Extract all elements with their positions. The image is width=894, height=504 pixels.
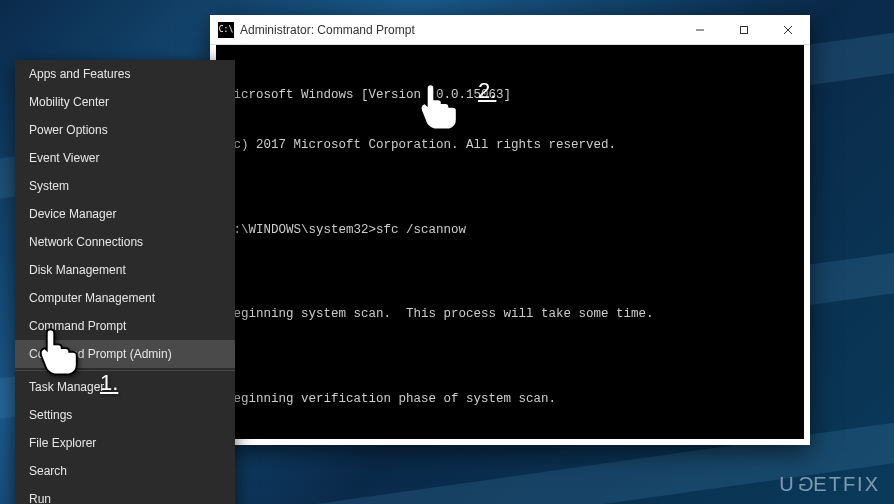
output-line: Beginning system scan. This process will…: [226, 306, 794, 323]
ctx-disk-management[interactable]: Disk Management: [15, 256, 235, 284]
ctx-system[interactable]: System: [15, 172, 235, 200]
ctx-file-explorer[interactable]: File Explorer: [15, 429, 235, 457]
ctx-device-manager[interactable]: Device Manager: [15, 200, 235, 228]
ctx-command-prompt[interactable]: Command Prompt: [15, 312, 235, 340]
close-button[interactable]: [766, 15, 810, 45]
terminal-output[interactable]: Microsoft Windows [Version 10.0.15063] (…: [210, 45, 810, 445]
annotation-step-2: 2.: [478, 78, 496, 104]
watermark: UGETFIX: [779, 473, 880, 496]
ctx-search[interactable]: Search: [15, 457, 235, 485]
window-title: Administrator: Command Prompt: [240, 23, 678, 37]
ctx-run[interactable]: Run: [15, 485, 235, 504]
maximize-button[interactable]: [722, 15, 766, 45]
command-line: C:\WINDOWS\system32>sfc /scannow: [226, 222, 794, 239]
ctx-network-connections[interactable]: Network Connections: [15, 228, 235, 256]
titlebar[interactable]: C:\ Administrator: Command Prompt: [210, 15, 810, 45]
command-prompt-window: C:\ Administrator: Command Prompt Micros…: [210, 15, 810, 445]
cmd-icon: C:\: [218, 22, 234, 38]
minimize-button[interactable]: [678, 15, 722, 45]
output-line: Microsoft Windows [Version 10.0.15063]: [226, 87, 794, 104]
ctx-power-options[interactable]: Power Options: [15, 116, 235, 144]
output-line: Beginning verification phase of system s…: [226, 391, 794, 408]
ctx-command-prompt-admin[interactable]: Command Prompt (Admin): [15, 340, 235, 368]
ctx-apps-features[interactable]: Apps and Features: [15, 60, 235, 88]
winx-context-menu: Apps and Features Mobility Center Power …: [15, 60, 235, 504]
ctx-separator: [15, 370, 235, 371]
ctx-event-viewer[interactable]: Event Viewer: [15, 144, 235, 172]
output-line: Verification 4% complete.: [226, 441, 794, 445]
ctx-settings[interactable]: Settings: [15, 401, 235, 429]
ctx-computer-management[interactable]: Computer Management: [15, 284, 235, 312]
ctx-task-manager[interactable]: Task Manager: [15, 373, 235, 401]
output-line: (c) 2017 Microsoft Corporation. All righ…: [226, 137, 794, 154]
ctx-mobility-center[interactable]: Mobility Center: [15, 88, 235, 116]
annotation-step-1: 1.: [100, 370, 118, 396]
svg-rect-1: [741, 26, 748, 33]
